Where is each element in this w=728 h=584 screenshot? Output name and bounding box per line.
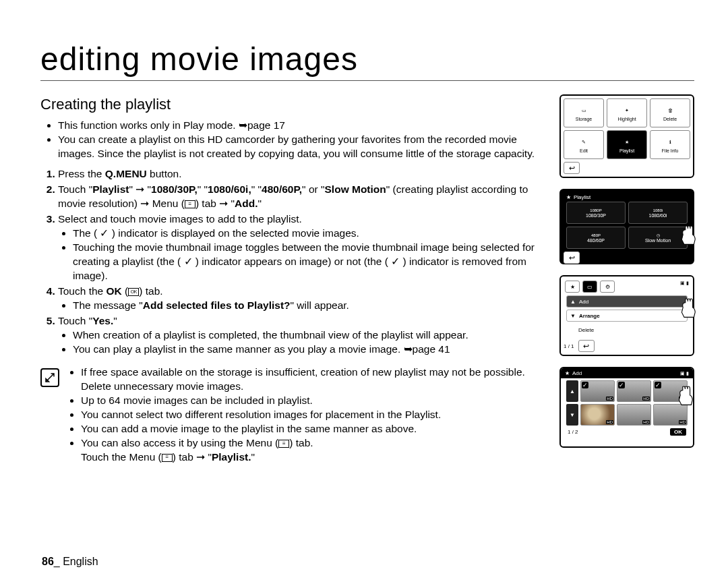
screen-menu-list: ★ ▭ ⚙ ▣ ▮ ▲Add ▼Arrange Delete 1 / 1↩ <box>559 275 694 356</box>
note-icon <box>40 368 59 387</box>
chevron-up-icon: ▲ <box>570 299 576 305</box>
playlist-icon: ★ <box>621 137 632 148</box>
check-icon: ✓ <box>618 382 625 388</box>
tab-menu-active: ▭ <box>582 281 597 293</box>
step-3: Select and touch movie images to add to … <box>58 212 546 283</box>
screen-qmenu: ▭Storage ✦Highlight 🗑Delete ✎Edit ★Playl… <box>559 94 694 178</box>
down-nav: ▼ <box>566 404 578 426</box>
step-5: Touch "Yes." When creation of a playlist… <box>58 314 546 357</box>
section-subtitle: Creating the playlist <box>40 94 546 115</box>
page-number: 86_ English <box>42 556 98 568</box>
menu-icon <box>185 200 195 208</box>
hand-pointer-icon <box>678 223 702 248</box>
notes-list: If free space available on the storage i… <box>66 366 546 464</box>
playlist-icon: ★ <box>566 194 571 200</box>
step-1: Press the Q.MENU button. <box>58 167 546 181</box>
ok-icon <box>128 288 139 296</box>
intro-bullet: You can create a playlist on this HD cam… <box>58 133 546 161</box>
fileinfo-icon: ℹ <box>665 137 675 148</box>
up-nav: ▲ <box>566 380 578 402</box>
check-icon: ✓ <box>582 382 588 388</box>
illustration-column: ▭Storage ✦Highlight 🗑Delete ✎Edit ★Playl… <box>559 94 694 465</box>
screen-add-thumbs: ★Add ▣ ▮ ▲ ✓HD ✓HD ✓HD ▼ HD HD HD 1 / 2 … <box>559 367 694 448</box>
ok-button: OK <box>670 428 686 436</box>
page-title: editing movie images <box>40 40 694 81</box>
menu-icon <box>162 454 173 462</box>
edit-icon: ✎ <box>578 137 589 148</box>
hand-pointer-icon <box>678 295 702 321</box>
playlist-icon: ★ <box>565 370 570 376</box>
back-icon: ↩ <box>564 162 580 174</box>
hand-pointer-icon <box>675 383 700 409</box>
highlight-icon: ✦ <box>621 105 632 116</box>
tab-playlist: ★ <box>565 281 580 293</box>
intro-bullet: This function works only in Play mode. ➥… <box>58 119 546 133</box>
screen-playlist-res: ★Playlist 1080P1080/30P 1080i1080/60i 48… <box>559 189 694 264</box>
tab-settings: ⚙ <box>600 281 615 293</box>
check-icon: ✓ <box>655 382 661 388</box>
chevron-down-icon: ▼ <box>570 313 576 319</box>
step-4: Touch the OK () tab. The message "Add se… <box>58 285 546 313</box>
menu-icon <box>278 440 289 448</box>
delete-icon: 🗑 <box>665 105 675 116</box>
step-2: Touch "Playlist" ➞ "1080/30P," "1080/60i… <box>58 183 546 211</box>
storage-icon: ▭ <box>578 105 589 116</box>
main-text: Creating the playlist This function work… <box>40 94 546 465</box>
